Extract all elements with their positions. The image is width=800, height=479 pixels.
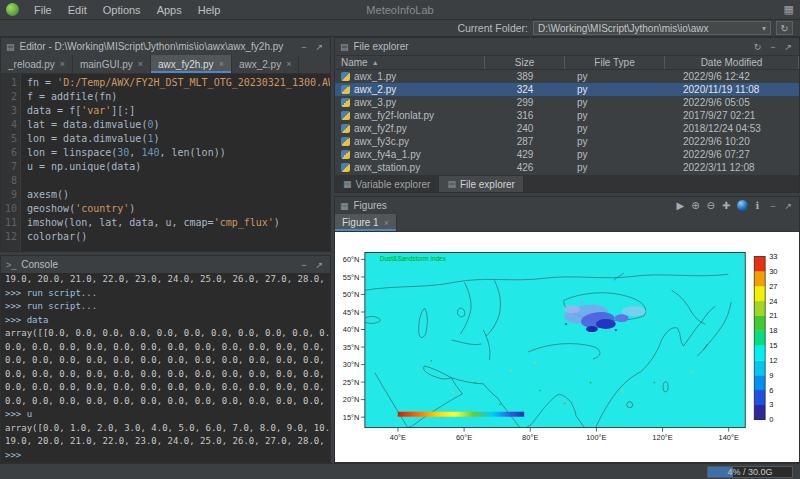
map-title: Dust&Sandstorm index — [380, 255, 447, 262]
memory-gauge[interactable]: 4% / 30.0G — [707, 466, 793, 478]
close-figure-icon[interactable]: × — [384, 218, 389, 228]
code-editor[interactable]: 123456789101112 fn = 'D:/Temp/AWX/FY2H_D… — [1, 74, 330, 251]
zoom-in-icon[interactable]: ⊕ — [691, 200, 699, 211]
file-row[interactable]: awx_2.py324py2020/11/19 11:08 — [335, 83, 799, 96]
figure-tab[interactable]: Figure 1 × — [335, 214, 397, 231]
file-row[interactable]: awx_fy3c.py287py2022/9/6 10:20 — [335, 135, 799, 148]
file-table-header: Name▲SizeFile TypeDate Modified — [335, 55, 799, 70]
column-header-name[interactable]: Name▲ — [335, 56, 485, 69]
code-line: axesm() — [27, 188, 330, 202]
file-row[interactable]: awx_fy2f.py240py2018/12/24 04:53 — [335, 122, 799, 135]
maximize-panel-icon[interactable]: ↗ — [782, 42, 794, 52]
figure-tab-bar: Figure 1 × — [335, 214, 799, 232]
chevron-down-icon[interactable]: ▾ — [762, 24, 766, 33]
colorbar-segment — [754, 331, 765, 346]
file-row[interactable]: awx_fy4a_1.py429py2022/9/6 07:27 — [335, 148, 799, 161]
line-number-gutter: 123456789101112 — [1, 74, 21, 251]
explorer-tab-file[interactable]: ▤File explorer — [439, 176, 524, 192]
python-file-icon — [341, 137, 350, 146]
identify-icon[interactable]: ℹ — [755, 200, 759, 211]
column-header-date[interactable]: Date Modified — [665, 56, 799, 69]
code-line: u = np.unique(data) — [27, 160, 330, 174]
file-date: 2020/11/19 11:08 — [665, 84, 799, 95]
colorbar-segment — [754, 271, 765, 286]
file-row[interactable]: awx_3.py299py2022/9/6 05:05 — [335, 96, 799, 109]
file-name-cell: awx_2.py — [335, 84, 485, 95]
map-figure[interactable]: 60°N55°N50°N45°N40°N35°N30°N25°N20°N15°N… — [335, 232, 799, 462]
float-panel-icon[interactable]: − — [768, 42, 777, 52]
column-header-size[interactable]: Size — [485, 56, 565, 69]
code-line — [27, 174, 330, 188]
menu-item-apps[interactable]: Apps — [149, 3, 190, 17]
map-background — [365, 252, 745, 427]
editor-tab[interactable]: _reload.py× — [1, 55, 73, 73]
python-file-icon — [341, 85, 350, 94]
colorbar-tick-label: 9 — [769, 371, 773, 380]
main-area: ▤ Editor - D:\Working\MIScript\Jython\mi… — [0, 37, 800, 463]
folder-path-combo[interactable]: D:\Working\MIScript\Jython\mis\io\awx ▾ — [533, 21, 771, 35]
editor-tabs: _reload.py×mainGUI.py×awx_fy2h.py×awx_2.… — [1, 55, 330, 74]
file-name-cell: awx_fy4a_1.py — [335, 149, 485, 160]
maximize-panel-icon[interactable]: ↗ — [313, 42, 325, 52]
window-layout-icon[interactable]: ▦ — [784, 3, 794, 16]
file-table: awx_1.py389py2022/9/6 12:42awx_2.py324py… — [335, 70, 799, 175]
maximize-panel-icon[interactable]: ↗ — [313, 260, 325, 270]
close-tab-icon[interactable]: × — [286, 59, 291, 69]
grid-icon: ▦ — [343, 179, 352, 189]
menu-item-edit[interactable]: Edit — [60, 3, 95, 17]
close-tab-icon[interactable]: × — [219, 59, 224, 69]
console-line: >>> — [5, 449, 326, 463]
explorer-tab-variable[interactable]: ▦Variable explorer — [335, 176, 439, 192]
maximize-panel-icon[interactable]: ↗ — [782, 201, 794, 211]
menu-item-file[interactable]: File — [26, 3, 60, 17]
file-row[interactable]: awx_1.py389py2022/9/6 12:42 — [335, 70, 799, 83]
close-tab-icon[interactable]: × — [60, 59, 65, 69]
select-tool-icon[interactable]: ▶ — [677, 200, 685, 211]
refresh-folder-button[interactable]: ↻ — [776, 21, 793, 35]
editor-tab[interactable]: mainGUI.py× — [73, 55, 151, 73]
file-name: awx_fy3c.py — [354, 136, 409, 147]
right-column: ▤ File explorer ↻ − ↗ Name▲SizeFile Type… — [334, 37, 800, 463]
colorbar-segment — [754, 316, 765, 331]
latitude-axis: 60°N55°N50°N45°N40°N35°N30°N25°N20°N15°N — [343, 255, 365, 422]
console-line: array([0.0, 1.0, 2.0, 3.0, 4.0, 5.0, 6.0… — [5, 422, 326, 436]
globe-icon[interactable] — [737, 200, 748, 211]
colorbar-segment — [754, 345, 765, 360]
float-panel-icon[interactable]: − — [299, 260, 308, 270]
zoom-out-icon[interactable]: ⊖ — [707, 200, 715, 211]
line-number: 12 — [1, 230, 17, 244]
figures-header: ▦ Figures ▶ ⊕ ⊖ ✚ ℹ − ↗ — [335, 197, 799, 214]
menu-item-help[interactable]: Help — [190, 3, 229, 17]
file-row[interactable]: awx_fy2f-lonlat.py316py2017/9/27 02:21 — [335, 109, 799, 122]
editor-tab[interactable]: awx_fy2h.py× — [151, 55, 232, 73]
chart-icon: ▦ — [340, 201, 349, 211]
console-title: Console — [21, 259, 294, 270]
file-size: 426 — [485, 162, 565, 173]
file-date: 2018/12/24 04:53 — [665, 123, 799, 134]
float-panel-icon[interactable]: − — [299, 42, 308, 52]
editor-header: ▤ Editor - D:\Working\MIScript\Jython\mi… — [1, 38, 330, 55]
refresh-icon[interactable]: ↻ — [752, 42, 764, 52]
menu-item-options[interactable]: Options — [95, 3, 149, 17]
file-type: py — [565, 97, 665, 108]
python-file-icon — [341, 111, 350, 120]
float-panel-icon[interactable]: − — [768, 201, 777, 211]
file-name: awx_fy4a_1.py — [354, 149, 421, 160]
file-size: 389 — [485, 71, 565, 82]
close-tab-icon[interactable]: × — [138, 59, 143, 69]
figure-canvas[interactable]: 60°N55°N50°N45°N40°N35°N30°N25°N20°N15°N… — [335, 232, 799, 462]
editor-tab[interactable]: awx_2.py× — [232, 55, 300, 73]
console-output[interactable]: 19.0, 20.0, 21.0, 22.0, 23.0, 24.0, 25.0… — [1, 273, 330, 462]
lat-tick-label: 30°N — [343, 360, 360, 369]
console-line: 0.0, 0.0, 0.0, 0.0, 0.0, 0.0, 0.0, 0.0, … — [5, 354, 326, 368]
column-header-type[interactable]: File Type — [565, 56, 665, 69]
file-type: py — [565, 149, 665, 160]
pan-icon[interactable]: ✚ — [722, 200, 730, 211]
file-size: 299 — [485, 97, 565, 108]
colorbar-tick-label: 0 — [769, 415, 773, 424]
colorbar-tick-label: 21 — [769, 311, 777, 320]
console-line: 0.0, 0.0, 0.0, 0.0, 0.0, 0.0, 0.0, 0.0, … — [5, 395, 326, 409]
left-column: ▤ Editor - D:\Working\MIScript\Jython\mi… — [0, 37, 331, 463]
colorbar-tick-label: 24 — [769, 297, 777, 306]
file-row[interactable]: awx_station.py426py2022/3/11 12:08 — [335, 161, 799, 174]
